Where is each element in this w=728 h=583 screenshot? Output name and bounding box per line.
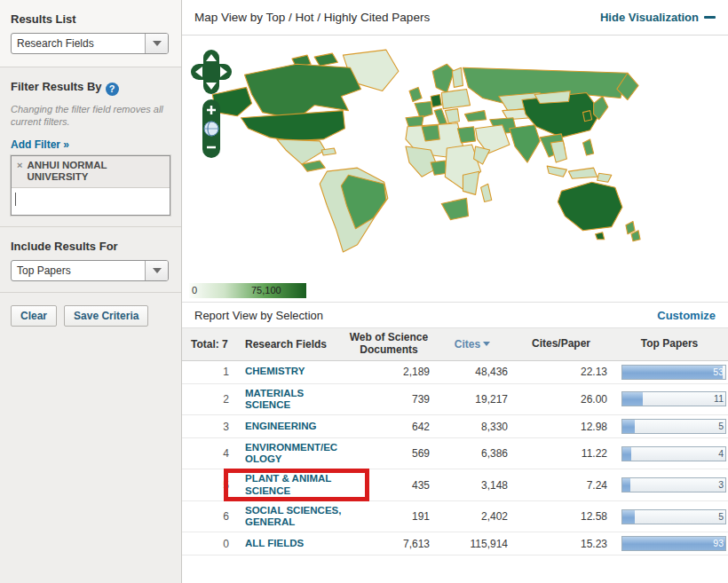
table-row: 4 ENVIRONMENT/ECOLOGY 569 6,386 11.22 4: [182, 438, 728, 469]
top-papers-cell: 5: [611, 509, 728, 524]
map-controls[interactable]: [189, 48, 239, 190]
research-field-link[interactable]: SOCIAL SCIENCES, GENERAL: [231, 505, 344, 528]
column-header-cites-sort[interactable]: Cites: [433, 335, 511, 354]
table-row: 0 ALL FIELDS 7,613 115,914 15.23 93: [182, 532, 728, 555]
close-icon[interactable]: ×: [17, 160, 22, 185]
cites-cell: 6,386: [433, 447, 511, 460]
research-field-link[interactable]: ENVIRONMENT/ECOLOGY: [231, 442, 344, 465]
cites-cell: 8,330: [433, 421, 511, 433]
top-papers-value: 93: [713, 538, 724, 548]
cites-per-paper-cell: 15.23: [511, 538, 611, 550]
research-field-link[interactable]: ENGINEERING: [231, 421, 344, 432]
table-row: 6 SOCIAL SCIENCES, GENERAL 191 2,402 12.…: [182, 501, 728, 532]
top-papers-bar: 3: [621, 477, 726, 492]
top-papers-value: 53: [713, 366, 724, 377]
top-papers-bar: 4: [621, 446, 726, 461]
top-papers-bar: 53: [621, 365, 726, 380]
documents-cell: 642: [344, 421, 433, 433]
filter-tag: × ANHUI NORMAL UNIVERSITY: [12, 156, 170, 189]
top-papers-value: 4: [718, 448, 724, 459]
documents-cell: 7,613: [344, 538, 433, 550]
research-field-link[interactable]: CHEMISTRY: [231, 366, 344, 377]
report-header: Report View by Selection Customize: [182, 302, 728, 328]
documents-cell: 2,189: [344, 366, 433, 378]
table-row: 2 MATERIALS SCIENCE 739 19,217 26.00 11: [182, 384, 728, 415]
bar-fill: [622, 366, 723, 379]
cites-cell: 115,914: [433, 538, 511, 550]
top-papers-cell: 93: [611, 536, 728, 551]
cites-per-paper-cell: 7.24: [511, 479, 611, 492]
report-table-body: 1 CHEMISTRY 2,189 48,436 22.13 53 2 MATE…: [182, 361, 728, 556]
rank-cell: 0: [182, 538, 231, 550]
cites-cell: 2,402: [433, 510, 511, 523]
research-field-link[interactable]: ALL FIELDS: [231, 538, 344, 549]
documents-cell: 739: [344, 393, 433, 406]
text-caret: [15, 193, 16, 206]
minus-icon: [704, 16, 716, 19]
top-papers-bar: 5: [621, 509, 726, 524]
filter-input[interactable]: [12, 188, 170, 215]
save-criteria-button[interactable]: Save Criteria: [64, 305, 148, 327]
filter-box[interactable]: × ANHUI NORMAL UNIVERSITY: [11, 155, 170, 217]
rank-cell: 1: [182, 366, 231, 378]
top-papers-bar: 11: [621, 391, 726, 406]
top-papers-cell: 3: [611, 477, 728, 492]
add-filter-link[interactable]: Add Filter »: [11, 138, 69, 151]
research-field-link[interactable]: MATERIALS SCIENCE: [231, 388, 344, 411]
sidebar-buttons: Clear Save Criteria: [0, 293, 181, 337]
cites-cell: 48,436: [433, 366, 511, 378]
results-list-section: Results List Research Fields: [0, 0, 181, 67]
rank-cell: 5: [182, 479, 231, 492]
map-legend: 0 75,100: [189, 283, 306, 298]
app-window: Results List Research Fields Filter Resu…: [0, 0, 728, 583]
include-results-dropdown[interactable]: Top Papers: [11, 260, 169, 281]
chevron-down-icon[interactable]: [145, 261, 168, 280]
pan-control: [191, 50, 232, 94]
hide-visualization-link[interactable]: Hide Visualization: [600, 11, 716, 24]
sidebar: Results List Research Fields Filter Resu…: [0, 0, 182, 583]
bar-fill: [622, 478, 630, 492]
map-header: Map View by Top / Hot / Highly Cited Pap…: [182, 0, 728, 35]
hide-visualization-label: Hide Visualization: [600, 11, 699, 24]
report-view-title: Report View by Selection: [194, 309, 323, 322]
rank-cell: 2: [182, 393, 231, 406]
map-view-title: Map View by Top / Hot / Highly Cited Pap…: [194, 11, 430, 24]
top-papers-value: 11: [714, 393, 724, 404]
bar-fill: [622, 420, 635, 433]
results-list-heading: Results List: [11, 12, 170, 26]
cites-cell: 3,148: [433, 479, 511, 492]
documents-cell: 435: [344, 479, 433, 492]
cites-cell: 19,217: [433, 393, 511, 406]
column-header-research-fields: Research Fields: [231, 335, 344, 354]
bar-fill: [622, 447, 631, 461]
filter-heading: Filter Results By?: [11, 80, 170, 96]
column-header-cites-per-paper: Cites/Paper: [511, 335, 611, 354]
top-papers-cell: 53: [611, 365, 728, 380]
cites-per-paper-cell: 12.98: [511, 421, 611, 433]
documents-cell: 191: [344, 510, 433, 523]
top-papers-value: 5: [718, 421, 724, 431]
cites-sort-label: Cites: [455, 338, 480, 351]
world-map[interactable]: [207, 41, 726, 264]
top-papers-cell: 5: [611, 419, 728, 434]
cites-per-paper-cell: 22.13: [511, 366, 611, 378]
filter-section: Filter Results By? Changing the filter f…: [0, 67, 181, 226]
table-row: 3 ENGINEERING 642 8,330 12.98 5: [182, 415, 728, 438]
zoom-control: [202, 99, 220, 158]
column-header-wos-documents: Web of Science Documents: [344, 328, 433, 360]
top-papers-cell: 11: [611, 391, 728, 406]
legend-min-label: 0: [192, 285, 197, 295]
top-papers-value: 3: [718, 479, 724, 490]
cites-per-paper-cell: 11.22: [511, 447, 611, 460]
column-header-top-papers: Top Papers: [611, 335, 728, 354]
top-papers-bar: 5: [621, 419, 726, 434]
rank-cell: 6: [182, 510, 231, 523]
customize-link[interactable]: Customize: [657, 309, 716, 322]
chevron-down-icon[interactable]: [145, 34, 168, 53]
main-panel: Map View by Top / Hot / Highly Cited Pap…: [182, 0, 728, 583]
bar-fill: [622, 510, 635, 524]
results-list-dropdown[interactable]: Research Fields: [11, 33, 169, 54]
help-icon[interactable]: ?: [106, 83, 119, 96]
clear-button[interactable]: Clear: [11, 305, 57, 327]
research-field-link[interactable]: PLANT & ANIMAL SCIENCE: [231, 473, 344, 496]
